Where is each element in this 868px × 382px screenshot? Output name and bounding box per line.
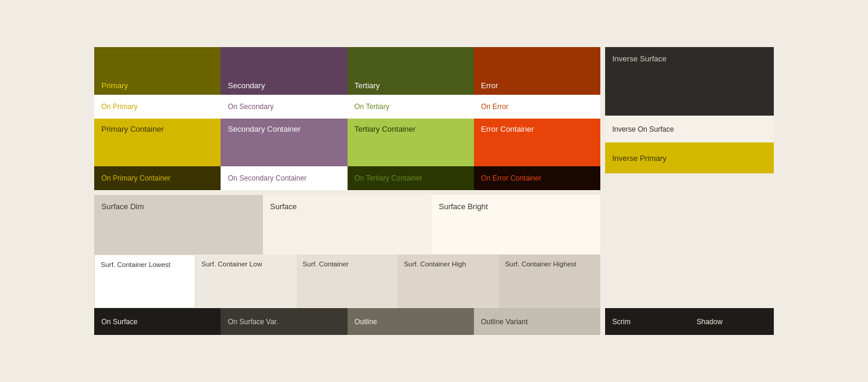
tertiary-label: Tertiary bbox=[355, 81, 380, 90]
on-tertiary-container-label: On Tertiary Container bbox=[355, 174, 423, 182]
on-error-container-row: On Error Container bbox=[474, 166, 600, 190]
secondary-swatch: Secondary bbox=[221, 47, 347, 95]
surf-container-block: Surf. Container bbox=[297, 254, 398, 308]
surface-label: Surface bbox=[270, 202, 297, 211]
on-primary-row: On Primary bbox=[94, 95, 221, 119]
right-column: Inverse Surface Inverse On Surface Inver… bbox=[605, 47, 774, 335]
error-block: Error On Error bbox=[474, 47, 600, 119]
inverse-on-surface-label: Inverse On Surface bbox=[612, 125, 674, 133]
primary-swatch: Primary bbox=[94, 47, 221, 95]
on-surface-label: On Surface bbox=[101, 318, 138, 326]
surf-lowest-block: Surf. Container Lowest bbox=[94, 254, 196, 308]
primary-container-block: Primary Container On Primary Container bbox=[94, 119, 221, 190]
on-tertiary-label: On Tertiary bbox=[355, 103, 389, 111]
surf-container-label: Surf. Container bbox=[303, 260, 349, 268]
primary-label: Primary bbox=[101, 81, 128, 90]
surface-bright-label: Surface Bright bbox=[439, 202, 488, 211]
container-row: Primary Container On Primary Container S… bbox=[94, 119, 600, 190]
on-error-label: On Error bbox=[481, 103, 509, 111]
on-surface-row: On Surface On Surface Var. Outline Outli… bbox=[94, 308, 600, 335]
primary-block: Primary On Primary bbox=[94, 47, 221, 119]
on-secondary-container-row: On Secondary Container bbox=[221, 166, 347, 190]
inverse-primary-label: Inverse Primary bbox=[612, 154, 666, 163]
on-surface-var-label: On Surface Var. bbox=[228, 318, 278, 326]
secondary-container-block: Secondary Container On Secondary Contain… bbox=[221, 119, 347, 190]
surf-high-label: Surf. Container High bbox=[404, 260, 466, 268]
tertiary-container-label: Tertiary Container bbox=[355, 125, 416, 133]
inverse-surface-swatch: Inverse Surface bbox=[605, 47, 774, 116]
on-secondary-label: On Secondary bbox=[228, 103, 274, 111]
surf-high-block: Surf. Container High bbox=[398, 254, 499, 308]
primary-container-label: Primary Container bbox=[101, 125, 164, 133]
outline-variant-block: Outline Variant bbox=[474, 308, 600, 335]
surface-dim-label: Surface Dim bbox=[101, 202, 144, 211]
surf-low-block: Surf. Container Low bbox=[196, 254, 297, 308]
outline-variant-label: Outline Variant bbox=[481, 318, 528, 326]
scrim-shadow-row: Scrim Shadow bbox=[605, 308, 774, 335]
on-tertiary-row: On Tertiary bbox=[348, 95, 474, 119]
surface-swatch: Surface bbox=[263, 195, 432, 254]
secondary-block: Secondary On Secondary bbox=[221, 47, 347, 119]
inverse-primary-swatch: Inverse Primary bbox=[605, 142, 774, 173]
on-tertiary-container-row: On Tertiary Container bbox=[348, 166, 474, 190]
error-container-swatch: Error Container bbox=[474, 119, 600, 166]
left-section: Primary On Primary Secondary On Secondar… bbox=[94, 47, 600, 335]
right-spacer bbox=[605, 173, 774, 308]
scrim-block: Scrim bbox=[605, 308, 690, 335]
full-layout: Primary On Primary Secondary On Secondar… bbox=[94, 47, 774, 335]
surf-low-label: Surf. Container Low bbox=[202, 260, 262, 268]
tertiary-container-block: Tertiary Container On Tertiary Container bbox=[348, 119, 474, 190]
tertiary-swatch: Tertiary bbox=[348, 47, 474, 95]
surface-bright-swatch: Surface Bright bbox=[432, 195, 600, 254]
outline-block: Outline bbox=[348, 308, 474, 335]
on-primary-label: On Primary bbox=[101, 103, 138, 111]
primary-row: Primary On Primary Secondary On Secondar… bbox=[94, 47, 600, 119]
on-error-row: On Error bbox=[474, 95, 600, 119]
on-surface-var-block: On Surface Var. bbox=[221, 308, 347, 335]
on-primary-container-label: On Primary Container bbox=[101, 174, 170, 182]
surf-highest-block: Surf. Container Highest bbox=[499, 254, 600, 308]
error-container-block: Error Container On Error Container bbox=[474, 119, 600, 190]
secondary-label: Secondary bbox=[228, 81, 265, 90]
tertiary-block: Tertiary On Tertiary bbox=[348, 47, 474, 119]
surface-row: Surface Dim Surface Surface Bright bbox=[94, 195, 600, 254]
spacer1 bbox=[94, 190, 600, 195]
shadow-label: Shadow bbox=[697, 318, 723, 326]
inverse-on-surface-row: Inverse On Surface bbox=[605, 116, 774, 142]
surface-dim-swatch: Surface Dim bbox=[94, 195, 263, 254]
on-secondary-row: On Secondary bbox=[221, 95, 347, 119]
surf-highest-label: Surf. Container Highest bbox=[505, 260, 576, 268]
primary-container-swatch: Primary Container bbox=[94, 119, 221, 166]
tertiary-container-swatch: Tertiary Container bbox=[348, 119, 474, 166]
outline-label: Outline bbox=[355, 318, 377, 326]
error-label: Error bbox=[481, 81, 498, 90]
on-surface-block: On Surface bbox=[94, 308, 221, 335]
scrim-label: Scrim bbox=[612, 318, 631, 326]
on-error-container-label: On Error Container bbox=[481, 174, 541, 182]
secondary-container-swatch: Secondary Container bbox=[221, 119, 347, 166]
surf-container-row: Surf. Container Lowest Surf. Container L… bbox=[94, 254, 600, 308]
error-swatch: Error bbox=[474, 47, 600, 95]
inverse-surface-label: Inverse Surface bbox=[612, 54, 666, 63]
color-palette-container: Primary On Primary Secondary On Secondar… bbox=[76, 29, 792, 353]
shadow-block: Shadow bbox=[690, 308, 774, 335]
secondary-container-label: Secondary Container bbox=[228, 125, 300, 133]
error-container-label: Error Container bbox=[481, 125, 534, 133]
surf-lowest-label: Surf. Container Lowest bbox=[101, 261, 170, 268]
on-primary-container-row: On Primary Container bbox=[94, 166, 221, 190]
on-secondary-container-label: On Secondary Container bbox=[228, 174, 306, 182]
